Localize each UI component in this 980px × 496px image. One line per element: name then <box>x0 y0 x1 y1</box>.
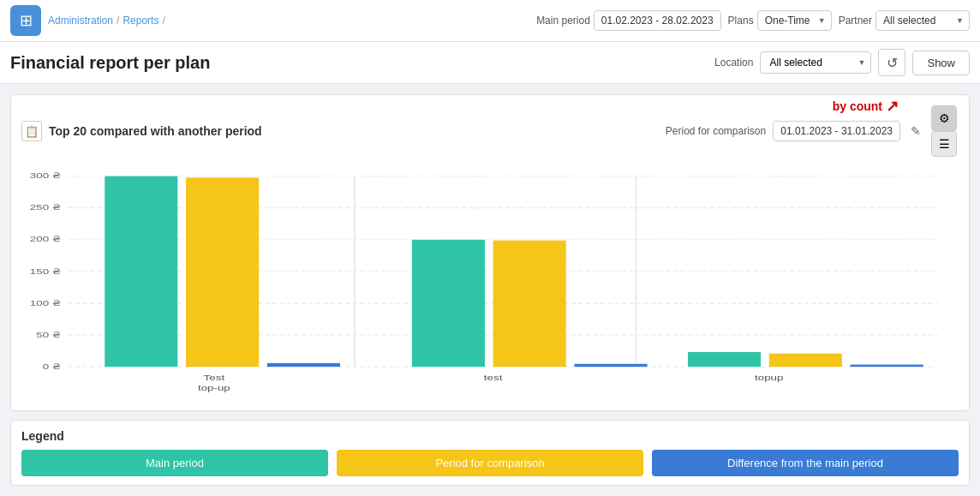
chart-svg: 300 ₴ 250 ₴ 200 ₴ 150 ₴ 100 ₴ 50 ₴ 0 ₴ <box>21 164 959 400</box>
main-period-label: Main period <box>536 15 590 27</box>
bar-diff-3 <box>851 365 923 368</box>
bar-main-2 <box>412 240 485 367</box>
table-icon: 📋 <box>25 125 39 138</box>
location-select[interactable]: All selected <box>760 51 871 74</box>
breadcrumb-admin[interactable]: Administration <box>48 15 113 27</box>
svg-text:topup: topup <box>755 373 783 382</box>
breadcrumb-reports[interactable]: Reports <box>122 15 158 27</box>
partner-group: Partner All selected <box>839 10 970 31</box>
list-icon: ☰ <box>939 137 950 151</box>
sub-controls: Location All selected ↺ Show <box>714 49 970 76</box>
header-controls: Main period 01.02.2023 - 28.02.2023 Plan… <box>536 10 970 31</box>
by-count-button[interactable]: ☰ <box>931 131 957 157</box>
bar-comparison-3 <box>769 354 842 368</box>
breadcrumb-sep2: / <box>162 15 164 27</box>
gear-icon: ⚙ <box>939 111 950 125</box>
edit-period-button[interactable]: ✎ <box>907 123 924 140</box>
bar-diff-1 <box>267 363 340 367</box>
comparison-period-value: 01.01.2023 - 31.01.2023 <box>773 121 900 141</box>
svg-text:100 ₴: 100 ₴ <box>30 298 61 307</box>
svg-text:0 ₴: 0 ₴ <box>43 362 62 371</box>
chart-icon: 📋 <box>21 121 42 141</box>
legend-main: Main period <box>21 450 328 476</box>
plans-label: Plans <box>728 15 754 27</box>
breadcrumb-sep1: / <box>117 15 119 27</box>
chart-title: Top 20 compared with another period <box>49 124 262 138</box>
legend-section: Legend Main period Period for comparison… <box>10 420 970 486</box>
bar-comparison-2 <box>493 241 566 367</box>
breadcrumb: Administration / Reports / <box>48 15 165 27</box>
main-content: 📋 Top 20 compared with another period Pe… <box>0 84 980 496</box>
bar-main-3 <box>688 352 761 367</box>
sub-header: Financial report per plan Location All s… <box>0 42 980 84</box>
by-count-text: by count <box>833 99 882 113</box>
plans-select-wrapper: One-Time <box>757 10 832 31</box>
bar-diff-2 <box>574 364 647 367</box>
logo-icon: ⊞ <box>10 5 41 36</box>
chart-header: 📋 Top 20 compared with another period Pe… <box>21 105 959 157</box>
page-title: Financial report per plan <box>10 53 706 73</box>
svg-text:test: test <box>484 373 503 382</box>
partner-select[interactable]: All selected <box>875 10 970 31</box>
plans-group: Plans One-Time <box>728 10 832 31</box>
plans-select[interactable]: One-Time <box>757 10 832 31</box>
comparison-period-label: Period for comparison <box>666 125 766 137</box>
by-charge-button[interactable]: ⚙ <box>931 105 957 131</box>
show-button[interactable]: Show <box>912 51 970 75</box>
bar-main-1 <box>105 176 177 368</box>
svg-text:300 ₴: 300 ₴ <box>30 171 61 180</box>
chart-title-section: 📋 Top 20 compared with another period <box>21 121 262 141</box>
main-period-group: Main period 01.02.2023 - 28.02.2023 <box>536 10 720 31</box>
app-container: ⊞ Administration / Reports / Main period… <box>0 0 980 496</box>
svg-text:top-up: top-up <box>198 384 230 392</box>
svg-text:Test: Test <box>204 373 225 382</box>
partner-select-wrapper: All selected <box>875 10 970 31</box>
refresh-button[interactable]: ↺ <box>878 49 905 76</box>
refresh-icon: ↺ <box>887 55 898 71</box>
edit-icon: ✎ <box>911 124 921 138</box>
bar-comparison-1 <box>186 177 259 367</box>
location-select-wrapper: All selected <box>760 51 871 74</box>
arrow-down-right-2: ↗ <box>886 97 899 116</box>
location-label: Location <box>714 57 753 69</box>
svg-text:250 ₴: 250 ₴ <box>30 203 61 212</box>
legend-items: Main period Period for comparison Differ… <box>21 450 959 476</box>
svg-text:50 ₴: 50 ₴ <box>36 331 61 339</box>
chart-body: 300 ₴ 250 ₴ 200 ₴ 150 ₴ 100 ₴ 50 ₴ 0 ₴ <box>21 164 959 400</box>
header: ⊞ Administration / Reports / Main period… <box>0 0 980 42</box>
annotations-container: by charge ↘ by count ↗ ⚙ ☰ <box>931 105 959 157</box>
partner-label: Partner <box>839 15 872 27</box>
main-period-value: 01.02.2023 - 28.02.2023 <box>594 10 721 31</box>
by-count-annotation: by count ↗ <box>833 97 899 116</box>
legend-difference: Difference from the main period <box>652 450 959 476</box>
header-left: ⊞ Administration / Reports / <box>10 5 165 36</box>
legend-comparison: Period for comparison <box>337 450 643 476</box>
svg-text:150 ₴: 150 ₴ <box>30 266 61 275</box>
chart-card: 📋 Top 20 compared with another period Pe… <box>10 94 970 411</box>
legend-title: Legend <box>21 429 959 443</box>
chart-controls: Period for comparison 01.01.2023 - 31.01… <box>666 105 959 157</box>
svg-text:200 ₴: 200 ₴ <box>30 235 61 243</box>
